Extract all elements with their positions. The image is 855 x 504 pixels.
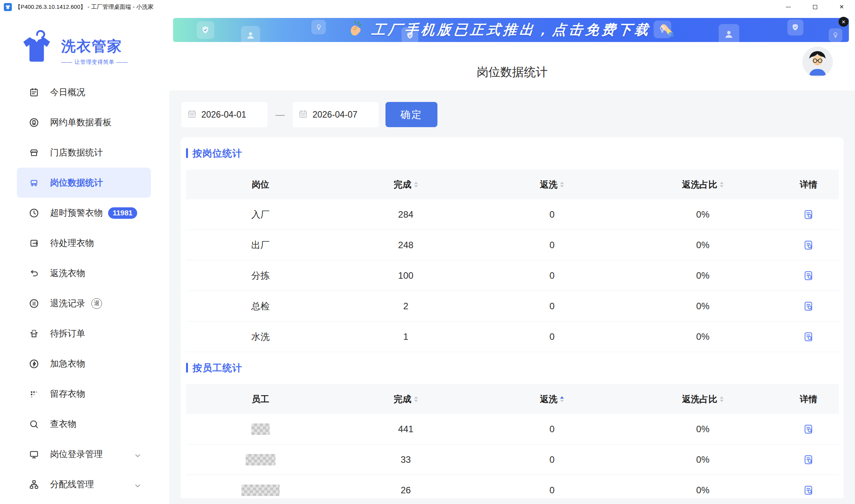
sidebar-item-今日概况[interactable]: 今日概况 bbox=[17, 77, 151, 107]
position-stats-icon bbox=[29, 178, 39, 188]
table-row: 出厂24800% bbox=[186, 230, 839, 260]
sidebar-item-label: 加急衣物 bbox=[50, 358, 85, 370]
rewash-ratio-value: 0% bbox=[627, 240, 778, 250]
detail-icon[interactable] bbox=[803, 209, 814, 220]
sidebar-item-返洗衣物[interactable]: 返洗衣物 bbox=[17, 258, 151, 288]
section-title-position: 按岗位统计 bbox=[186, 147, 839, 159]
sidebar-item-label: 超时预警衣物 bbox=[50, 207, 103, 219]
sidebar-item-门店数据统计[interactable]: 门店数据统计 bbox=[17, 137, 151, 168]
sidebar-item-label: 待处理衣物 bbox=[50, 237, 94, 249]
column-header-岗位: 岗位 bbox=[186, 179, 335, 191]
sidebar-item-留存衣物[interactable]: 留存衣物 bbox=[17, 379, 151, 409]
sidebar-item-岗位数据统计[interactable]: 岗位数据统计 bbox=[17, 168, 151, 198]
sort-icon[interactable] bbox=[720, 182, 724, 187]
close-button[interactable]: ✕ bbox=[828, 0, 855, 14]
table-header-row: 岗位完成返洗返洗占比详情 bbox=[186, 170, 839, 199]
user-avatar[interactable] bbox=[802, 47, 833, 77]
row-name: 出厂 bbox=[251, 239, 270, 251]
table-row: 3300% bbox=[186, 444, 839, 475]
sidebar-item-label: 门店数据统计 bbox=[50, 147, 103, 158]
sidebar-item-网约单数据看板[interactable]: 网约单数据看板 bbox=[17, 107, 151, 137]
sidebar-item-超时预警衣物[interactable]: 超时预警衣物11981 bbox=[17, 198, 151, 228]
sort-icon[interactable] bbox=[414, 396, 418, 402]
banner-close-icon[interactable]: ✕ bbox=[839, 17, 849, 27]
detail-icon[interactable] bbox=[803, 485, 814, 496]
pending-clothes-icon bbox=[29, 238, 39, 249]
bulb-deco-icon bbox=[654, 21, 671, 38]
detail-icon[interactable] bbox=[803, 301, 814, 312]
promo-banner[interactable]: 工厂手机版已正式推出，点击免费下载 bbox=[173, 18, 849, 42]
column-header-返洗占比[interactable]: 返洗占比 bbox=[627, 179, 778, 191]
search-clothes-icon bbox=[29, 419, 39, 430]
employee-table: 员工完成返洗返洗占比详情44100%3300%2600% bbox=[186, 384, 839, 498]
sidebar-item-待拆订单[interactable]: 待拆订单 bbox=[17, 318, 151, 349]
detail-icon[interactable] bbox=[803, 424, 814, 435]
rewash-clothes-icon bbox=[29, 268, 39, 279]
completed-value: 26 bbox=[335, 485, 477, 496]
column-header-返洗占比[interactable]: 返洗占比 bbox=[627, 393, 778, 405]
detail-icon[interactable] bbox=[803, 240, 814, 250]
logo-name: 洗衣管家 bbox=[61, 37, 128, 56]
sidebar-item-加急衣物[interactable]: 加急衣物 bbox=[17, 349, 151, 379]
rewash-ratio-value: 0% bbox=[627, 424, 778, 435]
column-header-员工: 员工 bbox=[186, 393, 335, 405]
column-header-完成[interactable]: 完成 bbox=[335, 179, 477, 191]
table-header-row: 员工完成返洗返洗占比详情 bbox=[186, 384, 839, 414]
table-row: 分拣10000% bbox=[186, 260, 839, 291]
redacted-name bbox=[246, 454, 275, 465]
rewash-value: 0 bbox=[476, 454, 627, 465]
sidebar-item-待处理衣物[interactable]: 待处理衣物 bbox=[17, 228, 151, 258]
date-filter-row: 2026-04-01 — 2026-04-07 确定 bbox=[181, 102, 437, 127]
sidebar-item-分配线管理[interactable]: 分配线管理 bbox=[17, 469, 151, 499]
sidebar-item-label: 留存衣物 bbox=[50, 388, 85, 400]
completed-value: 248 bbox=[335, 240, 477, 250]
chevron-down-icon[interactable] bbox=[134, 451, 141, 461]
shield-deco-icon bbox=[787, 19, 803, 36]
sidebar-item-label: 待拆订单 bbox=[50, 328, 85, 339]
start-date-value: 2026-04-01 bbox=[201, 110, 246, 120]
column-header-完成[interactable]: 完成 bbox=[335, 393, 477, 405]
rewash-value: 0 bbox=[476, 301, 627, 312]
detail-icon[interactable] bbox=[803, 270, 814, 281]
sidebar-item-label: 查衣物 bbox=[50, 418, 76, 430]
end-date-value: 2026-04-07 bbox=[313, 110, 358, 120]
row-name: 总检 bbox=[251, 300, 270, 312]
sidebar-item-岗位登录管理[interactable]: 岗位登录管理 bbox=[17, 439, 151, 469]
completed-value: 1 bbox=[335, 331, 477, 342]
detail-icon[interactable] bbox=[803, 331, 814, 342]
completed-value: 2 bbox=[335, 301, 477, 312]
completed-value: 284 bbox=[335, 209, 477, 220]
date-range-separator: — bbox=[275, 109, 285, 120]
confirm-button[interactable]: 确定 bbox=[385, 102, 437, 127]
column-header-返洗[interactable]: 返洗 bbox=[476, 179, 627, 191]
row-name: 水洗 bbox=[251, 331, 270, 343]
end-date-input[interactable]: 2026-04-07 bbox=[293, 102, 379, 127]
user-deco-icon bbox=[241, 26, 260, 42]
sort-icon[interactable] bbox=[560, 182, 564, 187]
column-header-详情: 详情 bbox=[778, 393, 839, 405]
section-title-employee: 按员工统计 bbox=[186, 362, 839, 373]
sidebar-item-退洗记录[interactable]: 退退洗记录退 bbox=[17, 288, 151, 318]
rewash-value: 0 bbox=[476, 331, 627, 342]
shirt-icon bbox=[4, 3, 12, 11]
chevron-down-icon[interactable] bbox=[134, 481, 141, 491]
detail-icon[interactable] bbox=[803, 454, 814, 465]
sidebar-item-label: 返洗衣物 bbox=[50, 267, 85, 279]
rewash-ratio-value: 0% bbox=[627, 454, 778, 465]
clapping-hands-icon bbox=[347, 21, 364, 40]
sort-icon[interactable] bbox=[720, 396, 724, 402]
calendar-icon bbox=[187, 109, 197, 120]
sort-icon[interactable] bbox=[414, 182, 418, 187]
sort-icon[interactable] bbox=[560, 396, 564, 402]
content-area: 2026-04-01 — 2026-04-07 确定 按岗位统计 岗位完成返洗返… bbox=[169, 90, 855, 504]
start-date-input[interactable]: 2026-04-01 bbox=[181, 102, 267, 127]
minimize-button[interactable] bbox=[775, 0, 802, 14]
shirt-logo-icon bbox=[18, 26, 55, 67]
column-header-返洗[interactable]: 返洗 bbox=[476, 393, 627, 405]
retained-clothes-icon bbox=[29, 389, 39, 399]
maximize-button[interactable] bbox=[802, 0, 828, 14]
store-stats-icon bbox=[29, 147, 39, 158]
rewash-ratio-value: 0% bbox=[627, 209, 778, 220]
sidebar-item-查衣物[interactable]: 查衣物 bbox=[17, 409, 151, 439]
svg-text:退: 退 bbox=[32, 301, 36, 305]
